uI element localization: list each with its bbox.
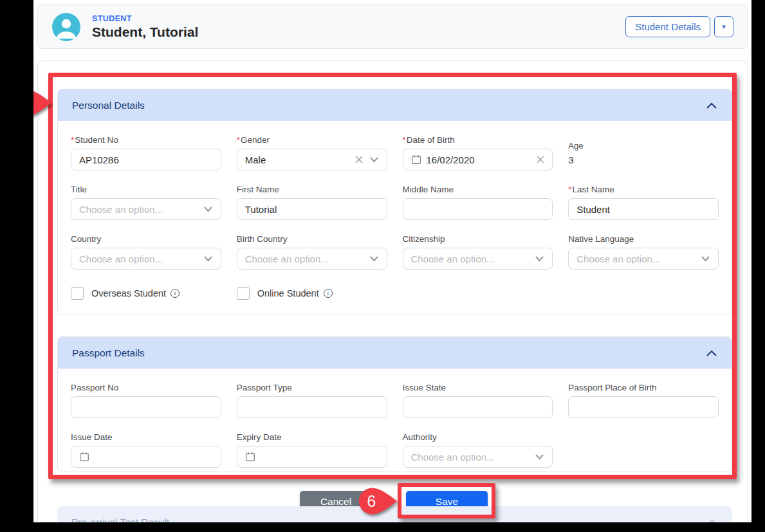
student-details-button[interactable]: Student Details bbox=[625, 16, 710, 37]
last-name-label: Last Name bbox=[573, 185, 614, 194]
student-header: STUDENT Student, Tutorial Student Detail… bbox=[37, 5, 748, 49]
age-label: Age bbox=[568, 141, 719, 151]
required-marker: * bbox=[568, 185, 571, 194]
gender-select[interactable]: Male bbox=[237, 149, 387, 170]
collapse-chevron-up-icon[interactable] bbox=[706, 349, 717, 357]
letterbox-bottom bbox=[0, 522, 765, 532]
passport-details-title: Passport Details bbox=[72, 347, 145, 359]
passport-place-of-birth-input[interactable] bbox=[568, 396, 719, 418]
issue-state-field: Issue State bbox=[403, 383, 553, 418]
required-marker: * bbox=[403, 135, 406, 145]
dob-datepicker[interactable]: 16/02/2020 bbox=[403, 149, 553, 170]
page-title: Student, Tutorial bbox=[92, 24, 198, 40]
student-no-input[interactable] bbox=[71, 149, 221, 170]
overseas-student-checkbox[interactable] bbox=[71, 287, 84, 300]
chevron-down-icon[interactable] bbox=[535, 255, 544, 262]
age-field: Age 3 bbox=[568, 141, 719, 170]
student-no-field: *Student No bbox=[71, 135, 221, 170]
birth-country-field: Birth Country Choose an option... bbox=[237, 234, 387, 270]
calendar-icon[interactable] bbox=[411, 154, 421, 165]
middle-name-input[interactable] bbox=[403, 198, 553, 220]
letterbox-left bbox=[0, 0, 33, 532]
dob-field: *Date of Birth 16/02/2020 bbox=[403, 135, 553, 170]
clear-icon[interactable] bbox=[355, 156, 363, 163]
gender-field: *Gender Male bbox=[237, 135, 387, 170]
entity-type-label: STUDENT bbox=[92, 14, 198, 23]
personal-details-section: Personal Details *Student No *Gender Mal… bbox=[57, 89, 732, 315]
issue-date-label: Issue Date bbox=[71, 432, 221, 442]
authority-field: Authority Choose an option... bbox=[403, 432, 553, 468]
last-name-input[interactable] bbox=[568, 198, 719, 220]
chevron-down-icon[interactable] bbox=[369, 255, 379, 262]
birth-country-select[interactable]: Choose an option... bbox=[237, 248, 387, 270]
calendar-icon[interactable] bbox=[79, 452, 89, 462]
issue-date-field: Issue Date bbox=[71, 432, 221, 468]
gender-value: Male bbox=[245, 154, 266, 165]
passport-place-of-birth-label: Passport Place of Birth bbox=[568, 383, 719, 392]
dob-label: Date of Birth bbox=[407, 135, 455, 145]
title-placeholder: Choose an option... bbox=[79, 204, 163, 215]
required-marker: * bbox=[237, 135, 240, 145]
passport-type-input[interactable] bbox=[237, 396, 387, 418]
middle-name-label: Middle Name bbox=[403, 185, 553, 194]
chevron-down-icon[interactable] bbox=[535, 454, 544, 460]
chevron-down-icon[interactable] bbox=[203, 206, 213, 212]
expiry-date-datepicker[interactable] bbox=[237, 446, 387, 468]
title-select[interactable]: Choose an option... bbox=[71, 198, 221, 220]
passport-type-label: Passport Type bbox=[237, 383, 387, 392]
title-label: Title bbox=[71, 185, 221, 194]
collapse-chevron-up-icon[interactable] bbox=[706, 102, 717, 109]
passport-no-field: Passport No bbox=[71, 383, 221, 418]
online-student-label: Online Student bbox=[257, 288, 319, 298]
native-language-field: Native Language Choose an option... bbox=[568, 234, 719, 270]
student-no-label: Student No bbox=[75, 135, 118, 145]
issue-state-label: Issue State bbox=[403, 383, 553, 392]
citizenship-select[interactable]: Choose an option... bbox=[403, 248, 553, 270]
authority-select[interactable]: Choose an option... bbox=[403, 446, 553, 468]
issue-state-input[interactable] bbox=[403, 396, 553, 418]
passport-place-of-birth-field: Passport Place of Birth bbox=[568, 383, 719, 418]
birth-country-label: Birth Country bbox=[237, 234, 387, 244]
gender-label: Gender bbox=[241, 135, 270, 145]
country-select[interactable]: Choose an option... bbox=[71, 248, 221, 270]
first-name-field: First Name bbox=[237, 185, 387, 220]
student-form-card: Personal Details *Student No *Gender Mal… bbox=[37, 60, 748, 532]
clear-icon[interactable] bbox=[537, 156, 544, 163]
country-label: Country bbox=[71, 234, 221, 244]
overseas-student-label: Overseas Student bbox=[91, 288, 166, 298]
chevron-down-icon[interactable] bbox=[701, 255, 710, 262]
overseas-student-field: Overseas Student i bbox=[71, 287, 221, 300]
expiry-date-field: Expiry Date bbox=[237, 432, 387, 468]
calendar-icon[interactable] bbox=[245, 452, 255, 462]
citizenship-label: Citizenship bbox=[403, 234, 553, 244]
middle-name-field: Middle Name bbox=[403, 185, 553, 220]
issue-date-datepicker[interactable] bbox=[71, 446, 221, 468]
dob-value: 16/02/2020 bbox=[427, 154, 475, 165]
country-field: Country Choose an option... bbox=[71, 234, 221, 270]
chevron-down-icon[interactable] bbox=[203, 255, 213, 262]
student-avatar-icon bbox=[52, 13, 80, 41]
letterbox-right bbox=[751, 0, 765, 532]
title-field: Title Choose an option... bbox=[71, 185, 221, 220]
student-details-dropdown-button[interactable]: ▾ bbox=[714, 16, 733, 37]
citizenship-field: Citizenship Choose an option... bbox=[403, 234, 553, 270]
native-language-select[interactable]: Choose an option... bbox=[568, 248, 719, 270]
required-marker: * bbox=[71, 135, 74, 145]
info-icon[interactable]: i bbox=[171, 289, 180, 298]
native-language-label: Native Language bbox=[568, 234, 719, 244]
last-name-field: *Last Name bbox=[568, 185, 719, 220]
online-student-checkbox[interactable] bbox=[237, 287, 250, 300]
age-value: 3 bbox=[568, 154, 719, 165]
expiry-date-label: Expiry Date bbox=[237, 432, 387, 442]
passport-no-label: Passport No bbox=[71, 383, 221, 392]
caret-down-icon: ▾ bbox=[722, 23, 726, 30]
first-name-input[interactable] bbox=[237, 198, 387, 220]
personal-details-header[interactable]: Personal Details bbox=[58, 89, 732, 121]
passport-type-field: Passport Type bbox=[237, 383, 387, 418]
authority-label: Authority bbox=[403, 432, 553, 442]
passport-details-header[interactable]: Passport Details bbox=[58, 337, 732, 369]
passport-no-input[interactable] bbox=[71, 396, 221, 418]
chevron-down-icon[interactable] bbox=[369, 156, 379, 163]
info-icon[interactable]: i bbox=[324, 289, 333, 298]
first-name-label: First Name bbox=[237, 185, 387, 194]
